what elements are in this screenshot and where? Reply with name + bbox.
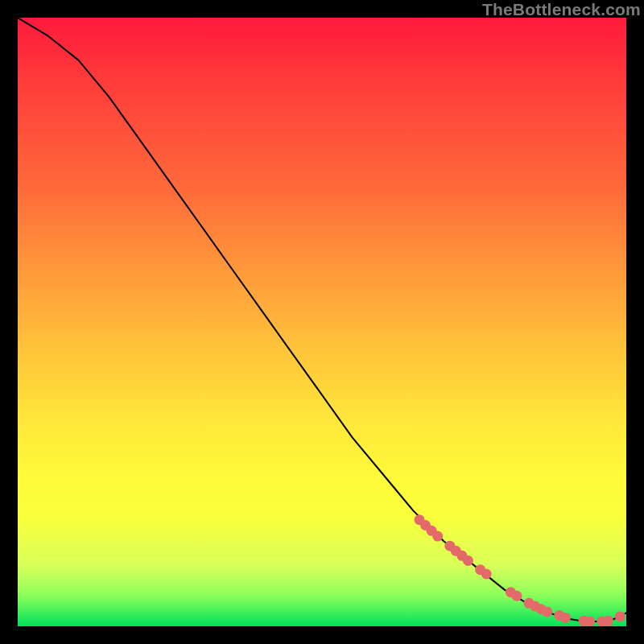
highlighted-points: [415, 514, 625, 626]
marker-dot: [584, 617, 595, 627]
marker-dot: [463, 555, 473, 566]
marker-dot: [511, 591, 522, 601]
chart-overlay-svg: [18, 18, 626, 626]
chart-stage: TheBottleneck.com: [0, 0, 644, 644]
marker-dot: [615, 611, 625, 621]
chart-plot-area: [18, 18, 626, 626]
bottleneck-curve: [18, 18, 626, 621]
marker-dot: [432, 531, 443, 542]
marker-dot: [481, 569, 492, 580]
marker-dot: [603, 616, 613, 626]
watermark-text: TheBottleneck.com: [482, 0, 641, 19]
marker-dot: [560, 613, 571, 623]
marker-dot: [542, 606, 552, 617]
